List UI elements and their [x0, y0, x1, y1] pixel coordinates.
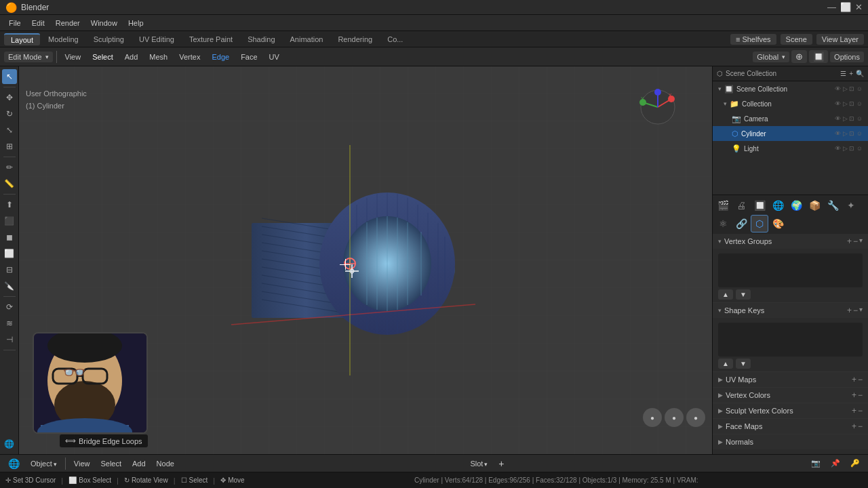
outliner-item-scene[interactable]: ▾ 🔲 Scene Collection 👁 ▷ ⊡ ☺	[713, 81, 868, 96]
camera-view-icon[interactable]: 📷	[807, 458, 825, 469]
menu-file[interactable]: File	[4, 18, 26, 28]
tab-rendering[interactable]: Rendering	[331, 34, 379, 45]
view-layer-selector[interactable]: View Layer	[816, 34, 864, 45]
smooth-tool[interactable]: ≋	[2, 316, 17, 331]
menu-window[interactable]: Window	[86, 18, 122, 28]
tab-modeling[interactable]: Modeling	[41, 34, 85, 45]
header-uv[interactable]: UV	[264, 52, 284, 62]
header-view[interactable]: View	[60, 52, 86, 62]
snap-toggle[interactable]: 🔲	[809, 50, 828, 63]
uv-add-btn[interactable]: +	[852, 375, 856, 384]
scene-selector[interactable]: Scene	[781, 34, 812, 45]
sk-up-btn[interactable]: ▲	[718, 359, 733, 369]
vg-remove-btn[interactable]: −	[853, 237, 858, 246]
uv-remove-btn[interactable]: −	[858, 375, 863, 384]
prop-tab-modifier[interactable]: 🔧	[824, 197, 842, 214]
header-mesh[interactable]: Mesh	[144, 52, 172, 62]
view-sphere-1[interactable]: ●	[643, 408, 662, 427]
annotate-tool[interactable]: ✏	[2, 160, 17, 175]
normals-header[interactable]: ▶ Normals	[713, 434, 868, 449]
minimize-btn[interactable]: —	[827, 2, 836, 12]
vertex-colors-header[interactable]: ▶ Vertex Colors + −	[713, 388, 868, 403]
smooth-angle-input[interactable]	[773, 454, 807, 455]
header-face[interactable]: Face	[236, 52, 262, 62]
tab-uv-editing[interactable]: UV Editing	[132, 34, 181, 45]
transform-pivot[interactable]: ⊕	[791, 50, 807, 63]
maximize-btn[interactable]: ⬜	[840, 2, 851, 12]
view-sphere-2[interactable]: ●	[665, 408, 684, 427]
bevel-tool[interactable]: ◼	[2, 230, 17, 245]
prop-tab-material[interactable]: 🎨	[769, 215, 787, 232]
add-slot-btn[interactable]: +	[494, 457, 508, 470]
loop-cut-tool[interactable]: ⬜	[2, 246, 17, 261]
sk-remove-btn[interactable]: −	[853, 306, 858, 315]
scale-tool[interactable]: ⤡	[2, 123, 17, 138]
prop-tab-world[interactable]: 🌍	[787, 197, 805, 214]
knife-tool[interactable]: 🔪	[2, 279, 17, 293]
header-vertex[interactable]: Vertex	[174, 52, 205, 62]
prop-tab-render[interactable]: 🎬	[714, 197, 732, 214]
menu-edit[interactable]: Edit	[27, 18, 50, 28]
close-btn[interactable]: ✕	[855, 2, 863, 12]
svc-remove-btn[interactable]: −	[858, 406, 863, 415]
prop-tab-data[interactable]: ⬡	[751, 215, 768, 232]
move-tool[interactable]: ✥	[2, 90, 17, 105]
object-mode-btn[interactable]: Object	[26, 458, 61, 469]
menu-render[interactable]: Render	[51, 18, 85, 28]
transform-selector[interactable]: Global	[753, 52, 789, 62]
tab-layout[interactable]: Layout	[4, 33, 40, 45]
offset-tool[interactable]: ⊟	[2, 262, 17, 277]
fm-add-btn[interactable]: +	[852, 422, 856, 431]
sculpt-vc-header[interactable]: ▶ Sculpt Vertex Colors + −	[713, 403, 868, 418]
prop-tab-constraints[interactable]: 🔗	[732, 215, 750, 232]
prop-tab-particles[interactable]: ✦	[842, 197, 860, 214]
prop-tab-output[interactable]: 🖨	[732, 197, 750, 214]
node-menu-btn[interactable]: Node	[153, 458, 178, 469]
svc-add-btn[interactable]: +	[852, 406, 856, 415]
uv-maps-header[interactable]: ▶ UV Maps + −	[713, 372, 868, 387]
outliner-search-icon[interactable]: 🔍	[856, 70, 864, 77]
menu-help[interactable]: Help	[123, 18, 149, 28]
outliner-filter-icon[interactable]: ☰	[840, 70, 846, 77]
measure-tool[interactable]: 📏	[2, 176, 17, 191]
outliner-item-light[interactable]: 💡 Light 👁 ▷ ⊡ ☺	[713, 141, 868, 156]
face-maps-header[interactable]: ▶ Face Maps + −	[713, 419, 868, 434]
prop-tab-scene[interactable]: 🌐	[769, 197, 787, 214]
slot-selector[interactable]: Slot	[466, 458, 492, 469]
sk-options-btn[interactable]: ▾	[859, 306, 863, 315]
rotate-tool[interactable]: ↻	[2, 106, 17, 121]
pin-icon[interactable]: 📌	[827, 458, 844, 469]
sk-add-btn[interactable]: +	[847, 306, 852, 315]
shape-keys-header[interactable]: ▾ Shape Keys + − ▾	[713, 303, 868, 318]
vc-remove-btn[interactable]: −	[858, 390, 863, 400]
sk-down-btn[interactable]: ▼	[736, 359, 751, 369]
shear-tool[interactable]: 🌐	[2, 436, 17, 451]
transform-tool[interactable]: ⊞	[2, 139, 17, 154]
navigation-gizmo[interactable]: X Y Z	[637, 87, 678, 127]
tab-animation[interactable]: Animation	[283, 34, 330, 45]
header-select[interactable]: Select	[87, 52, 118, 62]
mode-selector[interactable]: Edit Mode	[4, 52, 53, 62]
select-menu-btn[interactable]: Select	[96, 458, 125, 469]
editor-type-icon[interactable]: 🌐	[4, 457, 24, 470]
fm-remove-btn[interactable]: −	[858, 422, 863, 431]
prop-tab-object[interactable]: 📦	[806, 197, 823, 214]
prop-tab-view-layer[interactable]: 🔲	[751, 197, 768, 214]
vc-add-btn[interactable]: +	[852, 390, 856, 400]
header-add[interactable]: Add	[120, 52, 143, 62]
outliner-add-icon[interactable]: +	[849, 70, 853, 77]
keying-icon[interactable]: 🔑	[846, 458, 864, 469]
options-btn[interactable]: Options	[830, 52, 864, 62]
vg-options-btn[interactable]: ▾	[859, 237, 863, 246]
shelves-btn[interactable]: ≡ Shelfves	[730, 34, 776, 45]
viewport[interactable]: User Orthographic (1) Cylinder	[19, 66, 712, 454]
header-edge[interactable]: Edge	[207, 52, 234, 62]
cursor-tool[interactable]: ↖	[2, 69, 17, 84]
tab-texture-paint[interactable]: Texture Paint	[182, 34, 239, 45]
view-menu-btn[interactable]: View	[70, 458, 94, 469]
vg-add-btn[interactable]: +	[847, 237, 852, 246]
add-menu-btn[interactable]: Add	[128, 458, 150, 469]
new-btn[interactable]	[511, 462, 519, 465]
extrude-tool[interactable]: ⬆	[2, 197, 17, 212]
tab-shading[interactable]: Shading	[241, 34, 281, 45]
